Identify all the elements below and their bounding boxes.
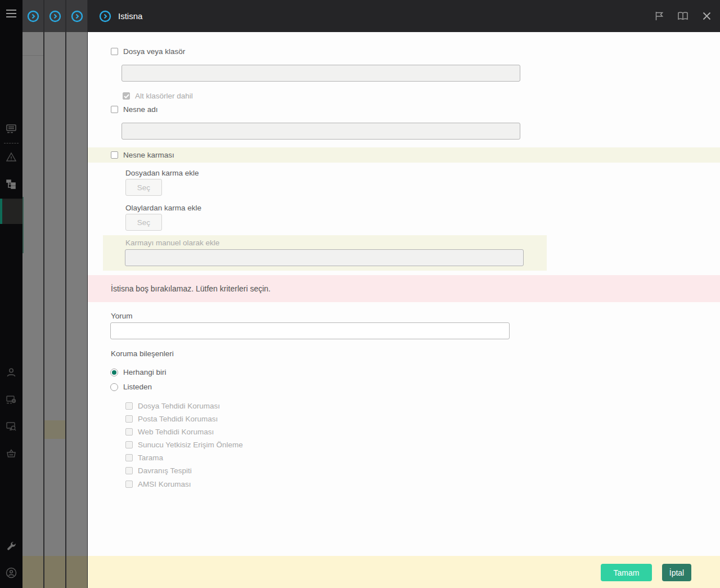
- object-hash-checkbox[interactable]: Nesne karması: [111, 151, 174, 159]
- panel-separator: [43, 0, 44, 588]
- object-name-checkbox[interactable]: Nesne adı: [111, 105, 158, 114]
- checkbox-box-checked[interactable]: [123, 92, 130, 100]
- exception-dialog: Istisna Dosya veya klasör: [88, 0, 720, 588]
- checkbox-box[interactable]: [125, 415, 133, 423]
- dialog-icon: [99, 10, 111, 23]
- error-banner: İstisna boş bırakılamaz. Lütfen kriterle…: [88, 275, 720, 302]
- radio-any-component[interactable]: Herhangi biri: [110, 368, 166, 376]
- object-hash-label: Nesne karması: [123, 151, 174, 159]
- component-checkbox[interactable]: AMSI Koruması: [125, 480, 191, 488]
- header-actions: [654, 0, 712, 32]
- checkbox-box[interactable]: [111, 106, 118, 113]
- stacked-panel-2-body: [44, 32, 65, 556]
- policies-icon[interactable]: [5, 393, 17, 406]
- sidebar-divider: [4, 143, 19, 143]
- menu-icon[interactable]: [5, 7, 17, 20]
- component-label: Posta Tehdidi Koruması: [138, 415, 218, 423]
- panel-icon: [27, 10, 39, 23]
- component-label: Dosya Tehdidi Koruması: [138, 402, 220, 410]
- protection-components-label: Koruma bileşenleri: [111, 349, 174, 358]
- stacked-panel-1-header[interactable]: [22, 0, 43, 32]
- component-checkbox[interactable]: Web Tehdidi Koruması: [125, 428, 214, 436]
- stacked-panel-2[interactable]: [44, 0, 65, 588]
- checkbox-box[interactable]: [125, 441, 133, 448]
- discovery-icon[interactable]: [5, 420, 17, 433]
- checkbox-box[interactable]: [125, 428, 133, 436]
- reports-icon[interactable]: [5, 123, 17, 135]
- devices-selected-item[interactable]: [0, 199, 22, 224]
- panel-icon: [49, 10, 61, 23]
- checkbox-box[interactable]: [125, 402, 133, 410]
- dimmed-selection-strip: [22, 197, 24, 253]
- stacked-panel-2-header[interactable]: [44, 0, 65, 32]
- component-checkbox[interactable]: Dosya Tehdidi Koruması: [125, 402, 220, 410]
- alerts-icon[interactable]: [5, 151, 17, 163]
- dimmed-content-line: [22, 55, 43, 56]
- object-name-input[interactable]: [122, 123, 520, 140]
- stacked-panel-1-footer: [22, 556, 43, 588]
- hash-from-events-label: Olaylardan karma ekle: [125, 204, 201, 212]
- radio-any-label: Herhangi biri: [123, 368, 166, 376]
- error-message: İstisna boş bırakılamaz. Lütfen kriterle…: [111, 284, 271, 293]
- radio-selected[interactable]: [110, 369, 118, 376]
- flag-icon[interactable]: [654, 11, 665, 22]
- component-label: Davranış Tespiti: [138, 466, 192, 475]
- component-checkbox[interactable]: Tarama: [125, 454, 163, 462]
- hierarchy-icon[interactable]: [5, 178, 17, 190]
- component-label: AMSI Koruması: [138, 480, 191, 488]
- hash-from-file-select-button[interactable]: Seç: [125, 179, 162, 196]
- component-checkbox[interactable]: Davranış Tespiti: [125, 466, 192, 475]
- hash-from-events-select-button[interactable]: Seç: [125, 214, 162, 231]
- comment-label: Yorum: [111, 312, 133, 320]
- dialog-body: Dosya veya klasör Alt klasörler dahil Ne…: [88, 32, 720, 556]
- book-icon[interactable]: [677, 11, 688, 22]
- component-checkbox[interactable]: Posta Tehdidi Koruması: [125, 415, 218, 423]
- dialog-header: Istisna: [88, 0, 720, 32]
- checkbox-box[interactable]: [125, 467, 133, 474]
- component-label: Web Tehdidi Koruması: [138, 428, 214, 436]
- component-label: Tarama: [138, 454, 163, 462]
- sidebar: [0, 0, 22, 588]
- subfolders-checkbox[interactable]: Alt klasörler dahil: [123, 92, 193, 100]
- file-folder-label: Dosya veya klasör: [123, 47, 185, 56]
- cancel-button[interactable]: İptal: [662, 564, 691, 581]
- checkbox-box[interactable]: [111, 48, 118, 55]
- component-label: Sunucu Yetkisiz Erişim Önleme: [138, 441, 243, 449]
- subfolders-label: Alt klasörler dahil: [135, 92, 193, 100]
- radio-from-list[interactable]: Listeden: [110, 383, 152, 391]
- manual-hash-input[interactable]: [125, 249, 524, 266]
- users-icon[interactable]: [5, 366, 17, 379]
- radio-unselected[interactable]: [110, 383, 118, 391]
- dialog-title: Istisna: [118, 11, 142, 21]
- stacked-panel-3-header[interactable]: [66, 0, 87, 32]
- component-checkbox[interactable]: Sunucu Yetkisiz Erişim Önleme: [125, 441, 243, 449]
- checkbox-box[interactable]: [125, 481, 133, 488]
- stacked-panel-1[interactable]: [22, 0, 43, 588]
- panel-separator: [65, 0, 66, 588]
- account-icon[interactable]: [5, 567, 17, 579]
- manual-hash-label: Karmayı manuel olarak ekle: [125, 239, 219, 247]
- stacked-panel-3-body: [66, 32, 87, 556]
- settings-icon[interactable]: [5, 540, 17, 552]
- stacked-panel-1-body: [22, 32, 43, 556]
- checkbox-box[interactable]: [111, 151, 118, 159]
- checkbox-box[interactable]: [125, 454, 133, 461]
- dimmed-highlight-band: [44, 420, 65, 439]
- file-folder-input[interactable]: [122, 65, 520, 82]
- stacked-panel-3-footer: [66, 556, 87, 588]
- close-icon[interactable]: [701, 11, 712, 22]
- object-hash-highlight: [88, 147, 720, 163]
- ok-button[interactable]: Tamam: [601, 564, 652, 581]
- stacked-panel-2-footer: [44, 556, 65, 588]
- dialog-footer: Tamam İptal: [88, 556, 720, 588]
- marketplace-icon[interactable]: [5, 447, 17, 460]
- app-window: Istisna Dosya veya klasör: [0, 0, 720, 588]
- stacked-panel-3[interactable]: [66, 0, 87, 588]
- object-name-label: Nesne adı: [123, 105, 158, 114]
- hash-from-file-label: Dosyadan karma ekle: [125, 169, 199, 177]
- comment-input[interactable]: [110, 322, 510, 339]
- panel-icon: [71, 10, 83, 23]
- radio-list-label: Listeden: [123, 383, 152, 391]
- file-folder-checkbox[interactable]: Dosya veya klasör: [111, 47, 185, 56]
